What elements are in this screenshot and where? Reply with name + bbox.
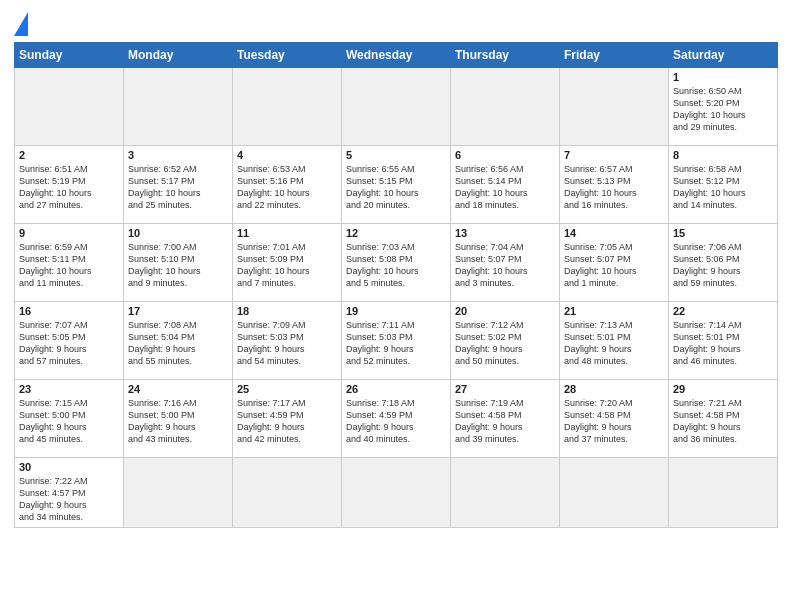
day-info: Sunrise: 7:08 AM Sunset: 5:04 PM Dayligh… <box>128 319 228 368</box>
day-info: Sunrise: 6:56 AM Sunset: 5:14 PM Dayligh… <box>455 163 555 212</box>
day-info: Sunrise: 6:57 AM Sunset: 5:13 PM Dayligh… <box>564 163 664 212</box>
day-info: Sunrise: 6:52 AM Sunset: 5:17 PM Dayligh… <box>128 163 228 212</box>
day-cell <box>451 458 560 528</box>
day-cell: 3Sunrise: 6:52 AM Sunset: 5:17 PM Daylig… <box>124 146 233 224</box>
day-cell: 1Sunrise: 6:50 AM Sunset: 5:20 PM Daylig… <box>669 68 778 146</box>
day-cell: 7Sunrise: 6:57 AM Sunset: 5:13 PM Daylig… <box>560 146 669 224</box>
day-number: 23 <box>19 383 119 395</box>
day-info: Sunrise: 6:50 AM Sunset: 5:20 PM Dayligh… <box>673 85 773 134</box>
day-number: 24 <box>128 383 228 395</box>
day-cell <box>124 68 233 146</box>
day-cell: 12Sunrise: 7:03 AM Sunset: 5:08 PM Dayli… <box>342 224 451 302</box>
day-number: 4 <box>237 149 337 161</box>
day-info: Sunrise: 7:21 AM Sunset: 4:58 PM Dayligh… <box>673 397 773 446</box>
day-number: 1 <box>673 71 773 83</box>
day-cell: 28Sunrise: 7:20 AM Sunset: 4:58 PM Dayli… <box>560 380 669 458</box>
day-number: 6 <box>455 149 555 161</box>
day-info: Sunrise: 6:55 AM Sunset: 5:15 PM Dayligh… <box>346 163 446 212</box>
day-cell <box>124 458 233 528</box>
week-row-0: 1Sunrise: 6:50 AM Sunset: 5:20 PM Daylig… <box>15 68 778 146</box>
day-info: Sunrise: 7:05 AM Sunset: 5:07 PM Dayligh… <box>564 241 664 290</box>
day-info: Sunrise: 7:13 AM Sunset: 5:01 PM Dayligh… <box>564 319 664 368</box>
header-cell-tuesday: Tuesday <box>233 43 342 68</box>
day-cell <box>233 68 342 146</box>
week-row-2: 9Sunrise: 6:59 AM Sunset: 5:11 PM Daylig… <box>15 224 778 302</box>
day-number: 26 <box>346 383 446 395</box>
day-number: 9 <box>19 227 119 239</box>
day-info: Sunrise: 6:58 AM Sunset: 5:12 PM Dayligh… <box>673 163 773 212</box>
day-number: 2 <box>19 149 119 161</box>
day-cell: 20Sunrise: 7:12 AM Sunset: 5:02 PM Dayli… <box>451 302 560 380</box>
day-cell: 8Sunrise: 6:58 AM Sunset: 5:12 PM Daylig… <box>669 146 778 224</box>
day-number: 25 <box>237 383 337 395</box>
day-info: Sunrise: 7:15 AM Sunset: 5:00 PM Dayligh… <box>19 397 119 446</box>
page: SundayMondayTuesdayWednesdayThursdayFrid… <box>0 0 792 612</box>
day-cell <box>451 68 560 146</box>
day-cell: 11Sunrise: 7:01 AM Sunset: 5:09 PM Dayli… <box>233 224 342 302</box>
week-row-4: 23Sunrise: 7:15 AM Sunset: 5:00 PM Dayli… <box>15 380 778 458</box>
day-number: 11 <box>237 227 337 239</box>
day-cell: 18Sunrise: 7:09 AM Sunset: 5:03 PM Dayli… <box>233 302 342 380</box>
day-info: Sunrise: 7:19 AM Sunset: 4:58 PM Dayligh… <box>455 397 555 446</box>
day-cell <box>560 458 669 528</box>
day-info: Sunrise: 7:14 AM Sunset: 5:01 PM Dayligh… <box>673 319 773 368</box>
day-cell: 21Sunrise: 7:13 AM Sunset: 5:01 PM Dayli… <box>560 302 669 380</box>
day-info: Sunrise: 7:16 AM Sunset: 5:00 PM Dayligh… <box>128 397 228 446</box>
header-cell-monday: Monday <box>124 43 233 68</box>
header <box>14 10 778 36</box>
calendar-table: SundayMondayTuesdayWednesdayThursdayFrid… <box>14 42 778 528</box>
day-cell: 14Sunrise: 7:05 AM Sunset: 5:07 PM Dayli… <box>560 224 669 302</box>
day-number: 3 <box>128 149 228 161</box>
week-row-1: 2Sunrise: 6:51 AM Sunset: 5:19 PM Daylig… <box>15 146 778 224</box>
day-cell <box>233 458 342 528</box>
day-info: Sunrise: 7:07 AM Sunset: 5:05 PM Dayligh… <box>19 319 119 368</box>
day-number: 8 <box>673 149 773 161</box>
day-info: Sunrise: 7:00 AM Sunset: 5:10 PM Dayligh… <box>128 241 228 290</box>
day-info: Sunrise: 7:18 AM Sunset: 4:59 PM Dayligh… <box>346 397 446 446</box>
day-cell: 19Sunrise: 7:11 AM Sunset: 5:03 PM Dayli… <box>342 302 451 380</box>
day-info: Sunrise: 7:01 AM Sunset: 5:09 PM Dayligh… <box>237 241 337 290</box>
day-number: 12 <box>346 227 446 239</box>
logo <box>14 10 32 36</box>
day-cell: 27Sunrise: 7:19 AM Sunset: 4:58 PM Dayli… <box>451 380 560 458</box>
day-number: 21 <box>564 305 664 317</box>
day-info: Sunrise: 7:12 AM Sunset: 5:02 PM Dayligh… <box>455 319 555 368</box>
day-cell: 6Sunrise: 6:56 AM Sunset: 5:14 PM Daylig… <box>451 146 560 224</box>
day-number: 10 <box>128 227 228 239</box>
day-number: 29 <box>673 383 773 395</box>
day-cell: 25Sunrise: 7:17 AM Sunset: 4:59 PM Dayli… <box>233 380 342 458</box>
day-cell <box>669 458 778 528</box>
day-cell: 23Sunrise: 7:15 AM Sunset: 5:00 PM Dayli… <box>15 380 124 458</box>
day-cell: 4Sunrise: 6:53 AM Sunset: 5:16 PM Daylig… <box>233 146 342 224</box>
day-number: 13 <box>455 227 555 239</box>
day-cell: 9Sunrise: 6:59 AM Sunset: 5:11 PM Daylig… <box>15 224 124 302</box>
day-number: 17 <box>128 305 228 317</box>
day-number: 22 <box>673 305 773 317</box>
day-number: 20 <box>455 305 555 317</box>
day-number: 14 <box>564 227 664 239</box>
day-cell: 16Sunrise: 7:07 AM Sunset: 5:05 PM Dayli… <box>15 302 124 380</box>
day-info: Sunrise: 7:06 AM Sunset: 5:06 PM Dayligh… <box>673 241 773 290</box>
day-info: Sunrise: 7:22 AM Sunset: 4:57 PM Dayligh… <box>19 475 119 524</box>
header-cell-saturday: Saturday <box>669 43 778 68</box>
day-cell <box>342 458 451 528</box>
calendar-body: 1Sunrise: 6:50 AM Sunset: 5:20 PM Daylig… <box>15 68 778 528</box>
day-info: Sunrise: 7:20 AM Sunset: 4:58 PM Dayligh… <box>564 397 664 446</box>
day-cell: 26Sunrise: 7:18 AM Sunset: 4:59 PM Dayli… <box>342 380 451 458</box>
day-info: Sunrise: 7:09 AM Sunset: 5:03 PM Dayligh… <box>237 319 337 368</box>
day-info: Sunrise: 7:03 AM Sunset: 5:08 PM Dayligh… <box>346 241 446 290</box>
day-info: Sunrise: 6:53 AM Sunset: 5:16 PM Dayligh… <box>237 163 337 212</box>
header-cell-sunday: Sunday <box>15 43 124 68</box>
logo-icon <box>14 12 28 36</box>
day-cell: 15Sunrise: 7:06 AM Sunset: 5:06 PM Dayli… <box>669 224 778 302</box>
day-cell <box>15 68 124 146</box>
day-number: 16 <box>19 305 119 317</box>
day-cell: 13Sunrise: 7:04 AM Sunset: 5:07 PM Dayli… <box>451 224 560 302</box>
day-cell: 30Sunrise: 7:22 AM Sunset: 4:57 PM Dayli… <box>15 458 124 528</box>
day-number: 7 <box>564 149 664 161</box>
day-cell: 10Sunrise: 7:00 AM Sunset: 5:10 PM Dayli… <box>124 224 233 302</box>
day-info: Sunrise: 6:51 AM Sunset: 5:19 PM Dayligh… <box>19 163 119 212</box>
day-cell <box>560 68 669 146</box>
day-number: 27 <box>455 383 555 395</box>
day-info: Sunrise: 7:04 AM Sunset: 5:07 PM Dayligh… <box>455 241 555 290</box>
